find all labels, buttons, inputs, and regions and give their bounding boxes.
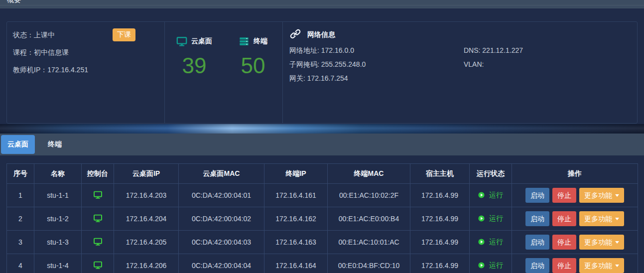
desktop-stat-label: 云桌面 bbox=[191, 37, 212, 46]
console-monitor-icon[interactable] bbox=[93, 237, 103, 246]
cell-desktop-ip: 172.16.4.206 bbox=[114, 254, 179, 273]
console-monitor-icon[interactable] bbox=[93, 261, 103, 270]
tab-bar: 云桌面 终端 bbox=[0, 134, 644, 155]
chevron-down-icon bbox=[615, 218, 619, 220]
cell-status: 运行 bbox=[470, 254, 512, 273]
cell-desktop-mac: 0C:DA:42:00:04:01 bbox=[179, 184, 264, 207]
col-console: 控制台 bbox=[82, 164, 114, 184]
table-row: 1 stu-1-1 172.16.4.203 0C:DA:42:00:04:01… bbox=[7, 184, 638, 207]
terminal-stat: 终端 50 bbox=[224, 22, 282, 123]
console-monitor-icon[interactable] bbox=[93, 214, 103, 223]
cell-index: 1 bbox=[7, 184, 34, 207]
terminal-stat-label: 终端 bbox=[254, 37, 267, 46]
cell-desktop-mac: 0C:DA:42:00:04:04 bbox=[179, 254, 264, 273]
network-dns: DNS: 221.12.1.227 bbox=[464, 46, 523, 55]
start-button[interactable]: 启动 bbox=[525, 235, 549, 250]
network-netmask: 子网掩码: 255.255.248.0 bbox=[289, 60, 366, 69]
table-row: 3 stu-1-3 172.16.4.205 0C:DA:42:00:04:03… bbox=[7, 231, 638, 254]
col-actions: 操作 bbox=[512, 164, 638, 184]
divider-glow bbox=[0, 124, 644, 134]
server-icon bbox=[239, 36, 250, 47]
cell-name: stu-1-2 bbox=[34, 207, 82, 231]
start-button[interactable]: 启动 bbox=[525, 211, 549, 226]
network-info-section: 网络信息 网络地址: 172.16.0.0 子网掩码: 255.255.248.… bbox=[283, 22, 637, 123]
cell-desktop-ip: 172.16.4.204 bbox=[114, 207, 179, 231]
stop-button[interactable]: 停止 bbox=[552, 188, 576, 203]
col-desktop-ip: 云桌面IP bbox=[114, 164, 179, 184]
tab-terminal[interactable]: 终端 bbox=[41, 135, 68, 154]
page-header: 概要 bbox=[0, 0, 644, 8]
start-button[interactable]: 启动 bbox=[525, 258, 549, 273]
cell-terminal-mac: 00:E1:AC:E0:00:B4 bbox=[328, 207, 410, 231]
more-functions-button[interactable]: 更多功能 bbox=[579, 258, 624, 273]
overview-panel: 状态：上课中 下课 课程：初中信息课 教师机IP：172.16.4.251 云桌… bbox=[6, 21, 638, 124]
cell-index: 3 bbox=[7, 231, 34, 254]
play-circle-icon bbox=[478, 191, 489, 199]
cell-terminal-mac: 00:E1:AC:10:01:AC bbox=[328, 231, 410, 254]
cell-terminal-mac: 00:E0:D4:BF:CD:10 bbox=[328, 254, 410, 273]
network-vlan: VLAN: bbox=[464, 60, 523, 69]
cell-actions: 启动 停止 更多功能 bbox=[512, 254, 638, 273]
header-divider bbox=[0, 5, 644, 5]
cell-host: 172.16.4.99 bbox=[410, 231, 470, 254]
cell-name: stu-1-1 bbox=[34, 184, 82, 207]
more-functions-button[interactable]: 更多功能 bbox=[579, 211, 624, 226]
start-button[interactable]: 启动 bbox=[525, 188, 549, 203]
chevron-down-icon bbox=[615, 241, 619, 244]
page-title[interactable]: 概要 bbox=[7, 0, 21, 4]
network-info-title: 网络信息 bbox=[307, 30, 335, 39]
desktop-stat: 云桌面 39 bbox=[165, 22, 224, 123]
status-text: 状态：上课中 bbox=[13, 30, 164, 40]
table-header-row: 序号 名称 控制台 云桌面IP 云桌面MAC 终端IP 终端MAC 宿主主机 运… bbox=[7, 164, 638, 184]
col-terminal-mac: 终端MAC bbox=[328, 164, 410, 184]
cell-host: 172.16.4.99 bbox=[410, 254, 470, 273]
col-status: 运行状态 bbox=[470, 164, 512, 184]
cell-terminal-ip: 172.16.4.162 bbox=[264, 207, 328, 231]
cell-desktop-ip: 172.16.4.203 bbox=[114, 184, 179, 207]
status-text: 运行 bbox=[489, 214, 503, 222]
col-host: 宿主主机 bbox=[410, 164, 470, 184]
terminal-count: 50 bbox=[241, 55, 265, 77]
link-icon bbox=[289, 28, 301, 41]
col-desktop-mac: 云桌面MAC bbox=[179, 164, 264, 184]
cell-terminal-ip: 172.16.4.163 bbox=[264, 231, 328, 254]
cell-terminal-ip: 172.16.4.161 bbox=[264, 184, 328, 207]
class-status-section: 状态：上课中 下课 课程：初中信息课 教师机IP：172.16.4.251 bbox=[7, 22, 165, 123]
play-circle-icon bbox=[478, 214, 489, 222]
table-row: 4 stu-1-4 172.16.4.206 0C:DA:42:00:04:04… bbox=[7, 254, 638, 273]
col-index: 序号 bbox=[7, 164, 34, 184]
stop-button[interactable]: 停止 bbox=[552, 235, 576, 250]
status-text: 运行 bbox=[489, 191, 503, 199]
cell-actions: 启动 停止 更多功能 bbox=[512, 184, 638, 207]
more-functions-button[interactable]: 更多功能 bbox=[579, 188, 624, 203]
cell-status: 运行 bbox=[470, 207, 512, 231]
desktop-table: 序号 名称 控制台 云桌面IP 云桌面MAC 终端IP 终端MAC 宿主主机 运… bbox=[6, 163, 638, 273]
cell-host: 172.16.4.99 bbox=[410, 207, 470, 231]
cell-desktop-ip: 172.16.4.205 bbox=[114, 231, 179, 254]
more-functions-button[interactable]: 更多功能 bbox=[579, 235, 624, 250]
tab-cloud-desktop[interactable]: 云桌面 bbox=[1, 135, 35, 154]
stats-section: 云桌面 39 bbox=[165, 22, 283, 123]
col-terminal-ip: 终端IP bbox=[264, 164, 328, 184]
console-monitor-icon[interactable] bbox=[93, 190, 103, 199]
table-row: 2 stu-1-2 172.16.4.204 0C:DA:42:00:04:02… bbox=[7, 207, 638, 231]
play-circle-icon bbox=[478, 238, 489, 246]
cell-desktop-mac: 0C:DA:42:00:04:03 bbox=[179, 231, 264, 254]
stop-button[interactable]: 停止 bbox=[552, 258, 576, 273]
play-circle-icon bbox=[478, 261, 489, 269]
cell-terminal-ip: 172.16.4.164 bbox=[264, 254, 328, 273]
table-body: 1 stu-1-1 172.16.4.203 0C:DA:42:00:04:01… bbox=[7, 184, 638, 273]
course-text: 课程：初中信息课 bbox=[13, 47, 164, 57]
end-class-button[interactable]: 下课 bbox=[113, 28, 135, 41]
cell-index: 4 bbox=[7, 254, 34, 273]
cell-status: 运行 bbox=[470, 231, 512, 254]
col-name: 名称 bbox=[34, 164, 82, 184]
status-text: 运行 bbox=[489, 238, 503, 246]
stop-button[interactable]: 停止 bbox=[552, 211, 576, 226]
cell-desktop-mac: 0C:DA:42:00:04:02 bbox=[179, 207, 264, 231]
network-gateway: 网关: 172.16.7.254 bbox=[289, 74, 366, 83]
status-text: 运行 bbox=[489, 261, 503, 269]
network-address: 网络地址: 172.16.0.0 bbox=[289, 46, 366, 55]
monitor-icon bbox=[176, 36, 187, 47]
desktop-count: 39 bbox=[182, 55, 207, 77]
